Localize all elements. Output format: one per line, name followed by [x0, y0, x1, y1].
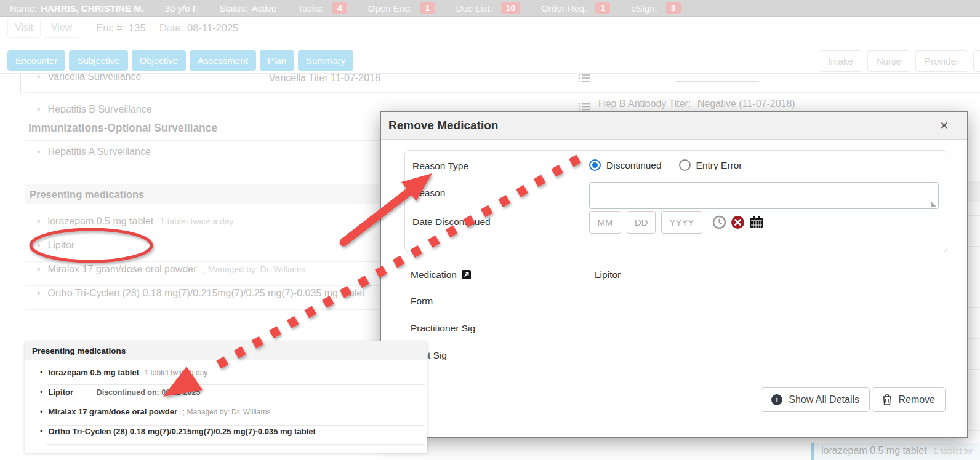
bullet: • [40, 368, 43, 377]
bullet: • [37, 216, 41, 226]
row-divider [47, 444, 425, 445]
external-link-icon[interactable] [462, 270, 471, 282]
patient-header-bar: Name: HARRIS, CHRISTINE M. 30 y/o F Stat… [0, 0, 980, 17]
bullet: • [37, 264, 41, 274]
order-req-badge[interactable]: 1 [595, 2, 610, 14]
reason-fieldset: Reason Type Discontinued Entry Error Rea… [404, 150, 947, 252]
date-discontinued-label: Date Discontinued [412, 216, 491, 228]
bullet: • [37, 146, 41, 157]
practitioner-sig-label: Practitioner Sig [411, 323, 475, 334]
table-border-fragment [20, 74, 21, 93]
medication-row: •Lipitor [37, 240, 74, 251]
radio-discontinued-label: Discontinued [606, 160, 662, 171]
result-medications-panel: Presenting medications •lorazepam 0.5 mg… [25, 341, 427, 453]
tab-departure[interactable]: Depar [973, 50, 980, 72]
open-enc-badge[interactable]: 1 [420, 2, 435, 14]
month-input[interactable] [589, 211, 621, 234]
radio-entry-error[interactable] [679, 159, 691, 171]
reason-label: Reason [412, 188, 445, 199]
tab-nurse[interactable]: Nurse [867, 50, 910, 72]
radio-entry-error-label: Entry Error [696, 160, 742, 171]
date-discontinued-inputs [589, 211, 764, 234]
info-icon: i [771, 394, 782, 405]
row-divider [47, 384, 425, 385]
medication-row: •lorazepam 0.5 mg tablet 1 tablet twice … [37, 216, 234, 227]
tab-subjective[interactable]: Subjective [69, 50, 127, 71]
esign-badge[interactable]: 3 [666, 2, 681, 14]
reason-type-radio-group: Discontinued Entry Error [589, 159, 760, 171]
tab-intake[interactable]: Intake [819, 50, 862, 72]
year-input[interactable] [661, 211, 702, 234]
surveillance-row: •Hepatitis A Surveillance [37, 146, 151, 157]
remove-medication-modal: Remove Medication ✕ Reason Type Disconti… [380, 111, 968, 438]
tasks-badge[interactable]: 4 [332, 2, 347, 14]
tab-objective[interactable]: Objective [132, 50, 187, 71]
view-button[interactable]: View [44, 18, 79, 38]
bullet: • [37, 104, 41, 114]
discontinued-status: Discontinued on: 08-11-2025 [97, 388, 201, 397]
name-label: Name: [10, 3, 37, 14]
enc-date-label: Date: [159, 22, 183, 34]
row-divider [47, 405, 425, 405]
medication-row: •Ortho Tri-Cyclen (28) 0.18 mg(7)/0.215m… [37, 288, 365, 299]
role-tabs: Intake Nurse Provider Depar [819, 50, 980, 72]
remove-button[interactable]: Remove [872, 387, 946, 412]
medication-row: lorazepam 0.5 mg tablet 1 tablet tw [821, 445, 973, 456]
close-icon[interactable]: ✕ [940, 119, 949, 132]
trash-icon [882, 394, 892, 405]
tab-bar: Encounter Subjective Objective Assessmen… [0, 38, 980, 74]
reason-input-wrap [589, 182, 939, 209]
row-divider [25, 92, 572, 93]
tab-assessment[interactable]: Assessment [190, 50, 256, 71]
bullet: • [37, 240, 41, 250]
result-panel-heading: Presenting medications [25, 341, 427, 360]
form-label: Form [411, 296, 433, 307]
status-label: Status: [219, 3, 248, 14]
enc-date-value: 08-11-2025 [187, 22, 238, 34]
medication-row: •Miralax 17 gram/dose oral powder ; Mana… [37, 264, 305, 275]
surveillance-row: •Hepatitis B Surveillance [37, 104, 152, 115]
bullet: • [40, 427, 43, 436]
status-value: Active [252, 3, 277, 14]
result-medication-row: •lorazepam 0.5 mg tablet 1 tablet twice … [40, 368, 207, 377]
due-list-badge[interactable]: 10 [501, 2, 521, 14]
result-medication-row: •Lipitor Discontinued on: 08-11-2025 [40, 387, 200, 397]
list-menu-icon[interactable] [579, 102, 590, 111]
day-input[interactable] [627, 211, 656, 234]
footer-divider [381, 384, 967, 384]
tab-encounter[interactable]: Encounter [7, 50, 65, 71]
medication-value: Lipitor [595, 269, 621, 280]
patient-name: HARRIS, CHRISTINE M. [41, 3, 144, 14]
tab-summary[interactable]: Summary [298, 50, 353, 71]
result-medication-row: •Ortho Tri-Cyclen (28) 0.18 mg(7)/0.215m… [40, 427, 316, 436]
selection-bar [811, 443, 814, 460]
bullet: • [37, 288, 41, 298]
show-all-details-button[interactable]: i Show All Details [761, 387, 870, 412]
modal-title: Remove Medication [388, 119, 498, 132]
bullet: • [40, 407, 43, 416]
list-menu-icon[interactable] [579, 74, 590, 82]
reason-input[interactable] [589, 182, 939, 209]
enc-number-label: Enc #: [96, 22, 125, 34]
radio-discontinued[interactable] [589, 159, 601, 171]
section-heading: Immunizations-Optional Surveillance [28, 122, 217, 135]
nav-tabs: Encounter Subjective Objective Assessmen… [7, 50, 357, 71]
hep-b-titer-row: Hep B Antibody Titer: Negative (11-07-20… [598, 98, 795, 109]
clock-icon[interactable] [712, 215, 726, 229]
enc-number-value: 135 [129, 22, 146, 34]
screen: •Varicella Surveillance Varicella Titer … [0, 0, 980, 460]
tab-provider[interactable]: Provider [915, 50, 968, 72]
result-medication-row: •Miralax 17 gram/dose oral powder ; Mana… [40, 407, 270, 416]
surveillance-value: Varicella Titer 11-07-2018 [269, 73, 380, 84]
calendar-icon[interactable] [749, 215, 764, 230]
medication-label: Medication [411, 269, 471, 282]
resize-handle[interactable] [931, 202, 937, 207]
bullet: • [40, 387, 43, 397]
row-divider [572, 92, 980, 93]
visit-button[interactable]: Visit [7, 18, 41, 38]
tab-plan[interactable]: Plan [260, 50, 294, 71]
hep-b-result-link[interactable]: Negative (11-07-2018) [697, 98, 795, 109]
clear-date-icon[interactable] [731, 215, 745, 229]
modal-header: Remove Medication ✕ [381, 112, 967, 140]
encounter-bar: Visit View Enc #: 135 Date: 08-11-2025 [0, 17, 980, 38]
